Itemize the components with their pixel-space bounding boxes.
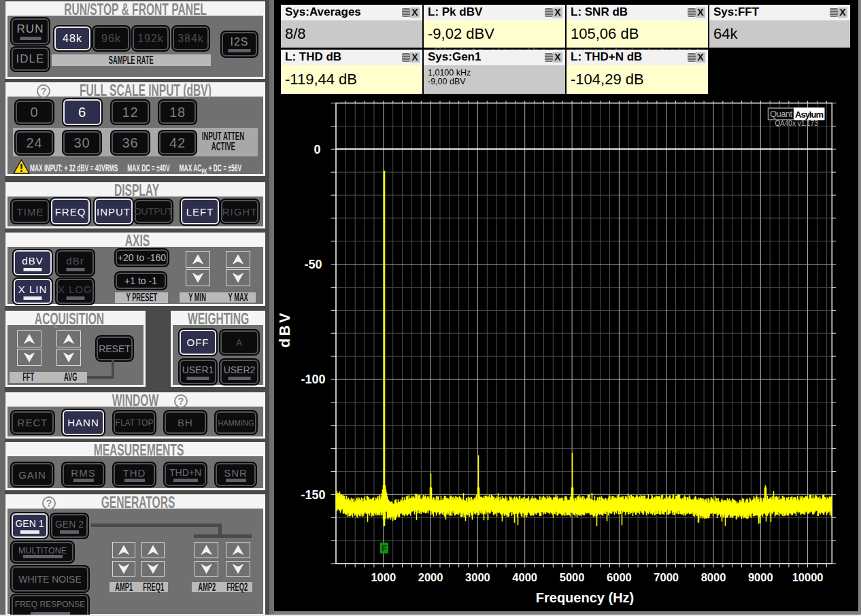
svg-text:Quant: Quant [770, 109, 792, 119]
svg-text:3000: 3000 [465, 571, 490, 583]
svg-text:-50: -50 [304, 258, 322, 271]
svg-text:2000: 2000 [418, 571, 443, 583]
svg-text:7000: 7000 [654, 571, 679, 583]
svg-text:F: F [382, 543, 387, 553]
svg-text:9000: 9000 [748, 571, 773, 583]
svg-text:Asylum: Asylum [795, 109, 824, 120]
svg-text:4000: 4000 [512, 571, 537, 583]
svg-text:-150: -150 [301, 488, 325, 502]
svg-text:-100: -100 [301, 373, 325, 386]
svg-text:dBV: dBV [276, 311, 293, 348]
svg-text:5000: 5000 [560, 571, 585, 583]
svg-text:Frequency (Hz): Frequency (Hz) [536, 590, 634, 605]
svg-text:QA40x v1.173: QA40x v1.173 [775, 120, 818, 127]
svg-text:6000: 6000 [607, 571, 632, 583]
svg-text:1000: 1000 [371, 571, 396, 583]
svg-text:10000: 10000 [792, 571, 824, 583]
svg-text:0: 0 [314, 143, 320, 156]
svg-text:8000: 8000 [701, 571, 726, 583]
